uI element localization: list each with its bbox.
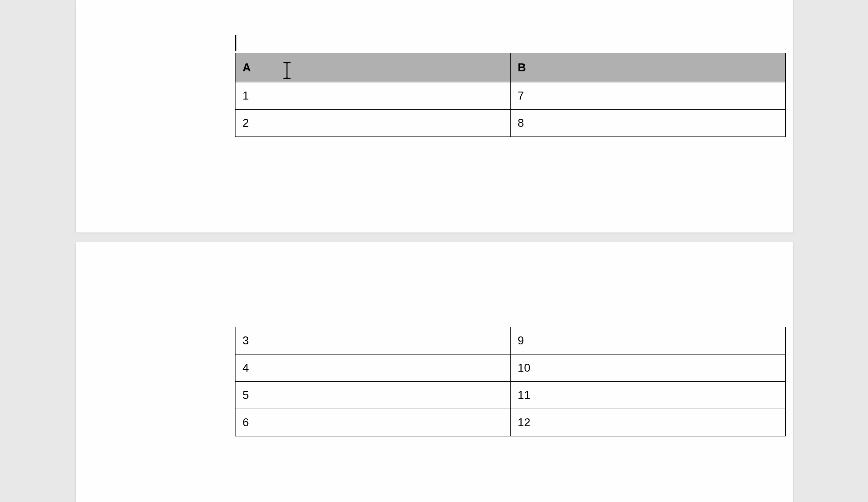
data-table-page-1[interactable]: A B 1 7 2 8 [235, 53, 786, 137]
cell-a[interactable]: 5 [235, 382, 511, 409]
table-row[interactable]: 6 12 [235, 409, 786, 436]
cell-b[interactable]: 10 [511, 354, 786, 382]
data-table-page-2[interactable]: 3 9 4 10 5 11 6 12 [235, 327, 786, 436]
document-page-1[interactable]: A B 1 7 2 8 [76, 0, 793, 233]
text-caret [235, 35, 236, 51]
table-row[interactable]: 4 10 [235, 354, 786, 382]
table-row[interactable]: 1 7 [235, 82, 786, 110]
column-header-a[interactable]: A [235, 53, 511, 82]
cell-a[interactable]: 6 [235, 409, 511, 436]
cell-b[interactable]: 7 [511, 82, 786, 110]
cell-b[interactable]: 11 [511, 382, 786, 409]
cell-a[interactable]: 4 [235, 354, 511, 382]
cell-a[interactable]: 2 [235, 110, 511, 137]
document-page-2[interactable]: 3 9 4 10 5 11 6 12 [76, 242, 793, 502]
column-header-b[interactable]: B [511, 53, 786, 82]
cell-b[interactable]: 12 [511, 409, 786, 436]
cell-b[interactable]: 8 [511, 110, 786, 137]
table-header-row[interactable]: A B [235, 53, 786, 82]
table-row[interactable]: 3 9 [235, 327, 786, 354]
cell-a[interactable]: 1 [235, 82, 511, 110]
cell-b[interactable]: 9 [511, 327, 786, 354]
table-row[interactable]: 5 11 [235, 382, 786, 409]
table-row[interactable]: 2 8 [235, 110, 786, 137]
cell-a[interactable]: 3 [235, 327, 511, 354]
